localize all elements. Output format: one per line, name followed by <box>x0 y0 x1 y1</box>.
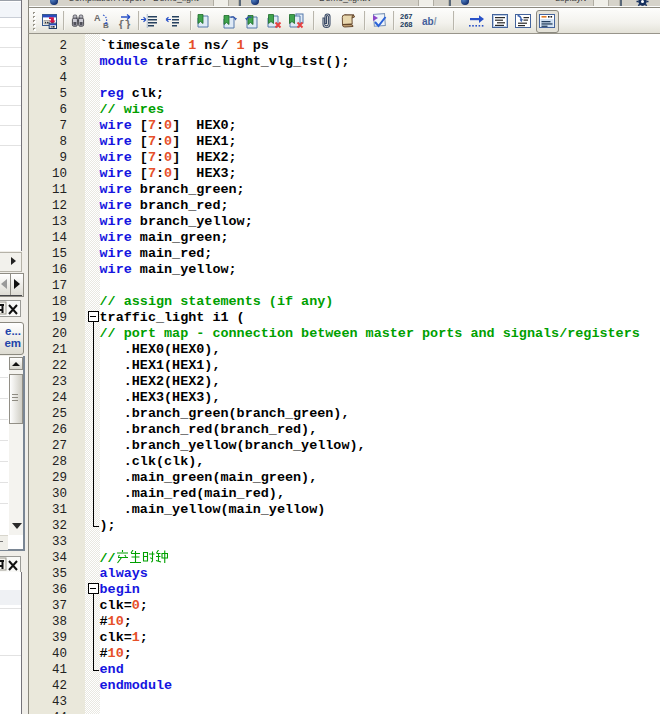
svg-text:{}: {} <box>118 19 131 29</box>
svg-text:A: A <box>94 13 101 23</box>
svg-text:B: B <box>103 21 109 29</box>
